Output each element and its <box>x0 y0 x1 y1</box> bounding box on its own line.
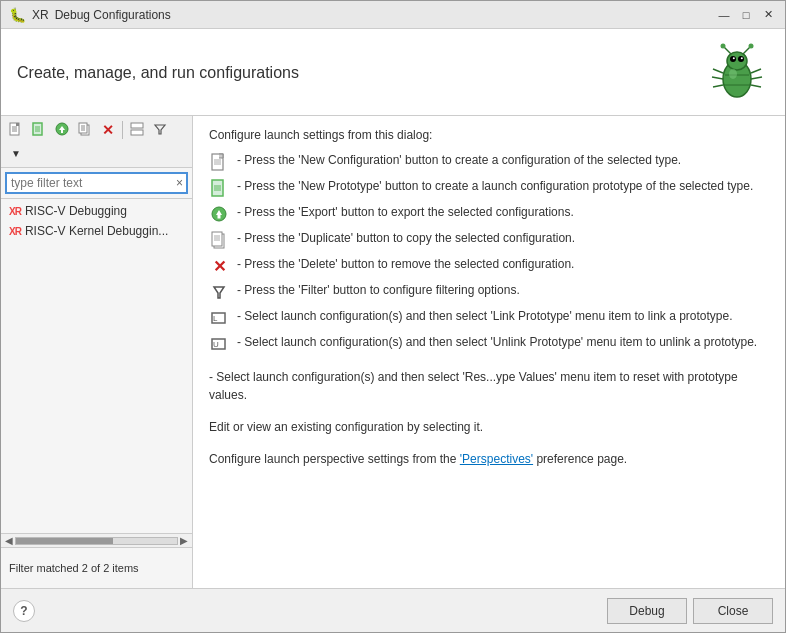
delete-button[interactable]: ✕ <box>97 119 119 141</box>
svg-point-4 <box>733 57 735 59</box>
filter-clear-button[interactable]: × <box>173 176 186 190</box>
instruction-text-3: - Press the 'Export' button to export th… <box>237 204 574 221</box>
footer-left: ? <box>13 600 35 622</box>
instruction-item-3: - Press the 'Export' button to export th… <box>209 204 769 224</box>
perspectives-link[interactable]: 'Perspectives' <box>460 452 533 466</box>
list-item[interactable]: XR RISC-V Debugging <box>1 201 192 221</box>
perspectives-before: Configure launch perspective settings fr… <box>209 452 460 466</box>
config-item-label-1: RISC-V Debugging <box>25 204 127 218</box>
instruction-item-8: U - Select launch configuration(s) and t… <box>209 334 769 354</box>
title-bar-left: 🐛 XR Debug Configurations <box>9 7 171 23</box>
close-button[interactable]: ✕ <box>759 6 777 24</box>
filter-icon <box>153 122 167 139</box>
svg-point-2 <box>730 56 736 62</box>
svg-point-3 <box>738 56 744 62</box>
svg-line-15 <box>751 85 761 87</box>
svg-line-14 <box>751 77 762 79</box>
duplicate-icon <box>78 122 92 139</box>
instruction-text-8: - Select launch configuration(s) and the… <box>237 334 757 351</box>
new-proto-icon <box>32 122 46 139</box>
xr-badge-1: XR <box>9 206 21 217</box>
close-dialog-button[interactable]: Close <box>693 598 773 624</box>
svg-line-12 <box>713 85 723 87</box>
toolbar-dropdown-button[interactable]: ▼ <box>5 142 27 164</box>
new-config-button[interactable] <box>5 119 27 141</box>
dialog-footer: ? Debug Close <box>1 588 785 632</box>
svg-point-9 <box>749 44 754 49</box>
export-icon <box>55 122 69 139</box>
toolbar: ✕ <box>1 116 192 168</box>
svg-point-18 <box>729 69 737 79</box>
svg-marker-52 <box>214 287 224 298</box>
instruction-item-1: - Press the 'New Configuration' button t… <box>209 152 769 172</box>
filter-icon-right <box>209 282 229 302</box>
collapse-all-icon <box>130 122 144 139</box>
collapse-all-button[interactable] <box>126 119 148 141</box>
instruction-item-4: - Press the 'Duplicate' button to copy t… <box>209 230 769 250</box>
minimize-button[interactable]: — <box>715 6 733 24</box>
proto-icon <box>209 178 229 198</box>
svg-point-5 <box>741 57 743 59</box>
svg-text:U: U <box>213 340 219 349</box>
export-icon-right <box>209 204 229 224</box>
instruction-text-5: - Press the 'Delete' button to remove th… <box>237 256 574 273</box>
new-config-icon <box>9 122 23 139</box>
filter-status: Filter matched 2 of 2 items <box>1 548 192 588</box>
reset-text: - Select launch configuration(s) and the… <box>209 368 769 404</box>
dialog-title: Create, manage, and run configurations <box>17 64 299 82</box>
help-button[interactable]: ? <box>13 600 35 622</box>
unlink-icon: U <box>209 334 229 354</box>
instruction-item-7: L - Select launch configuration(s) and t… <box>209 308 769 328</box>
delete-icon: ✕ <box>102 122 114 138</box>
scroll-right-arrow[interactable]: ▶ <box>178 535 190 546</box>
dropdown-arrow-icon: ▼ <box>11 148 21 159</box>
app-icon: 🐛 <box>9 7 26 23</box>
duplicate-button[interactable] <box>74 119 96 141</box>
bug-svg-icon <box>705 41 769 105</box>
instruction-item-5: ✕ - Press the 'Delete' button to remove … <box>209 256 769 276</box>
instruction-text-7: - Select launch configuration(s) and the… <box>237 308 733 325</box>
duplicate-icon-right <box>209 230 229 250</box>
svg-text:L: L <box>213 314 218 323</box>
left-panel-bottom: ◀ ▶ Filter matched 2 of 2 items <box>1 533 192 588</box>
dialog-header-content: Create, manage, and run configurations <box>17 41 769 105</box>
config-item-label-2: RISC-V Kernel Debuggin... <box>25 224 168 238</box>
toolbar-separator-1 <box>122 121 123 139</box>
scrollbar-track[interactable] <box>15 537 178 545</box>
left-panel: ✕ <box>1 116 193 588</box>
svg-rect-35 <box>131 130 143 135</box>
instruction-item-2: - Press the 'New Prototype' button to cr… <box>209 178 769 198</box>
svg-point-8 <box>721 44 726 49</box>
svg-rect-34 <box>131 123 143 128</box>
filter-input[interactable] <box>7 174 173 192</box>
filter-input-wrap: × <box>5 172 188 194</box>
filter-button[interactable] <box>149 119 171 141</box>
scroll-left-arrow[interactable]: ◀ <box>3 535 15 546</box>
dialog-body: ✕ <box>1 116 785 588</box>
instruction-list: - Press the 'New Configuration' button t… <box>209 152 769 354</box>
window-title-text: Debug Configurations <box>55 8 171 22</box>
svg-line-10 <box>713 69 723 73</box>
list-item[interactable]: XR RISC-V Kernel Debuggin... <box>1 221 192 241</box>
instruction-text-1: - Press the 'New Configuration' button t… <box>237 152 681 169</box>
horizontal-scrollbar[interactable]: ◀ ▶ <box>1 534 192 548</box>
perspectives-after: preference page. <box>533 452 627 466</box>
instruction-text-2: - Press the 'New Prototype' button to cr… <box>237 178 753 195</box>
maximize-button[interactable]: □ <box>737 6 755 24</box>
filter-status-text: Filter matched 2 of 2 items <box>9 562 139 574</box>
config-list: XR RISC-V Debugging XR RISC-V Kernel Deb… <box>1 199 192 533</box>
window-title: XR <box>32 8 49 22</box>
link-icon: L <box>209 308 229 328</box>
new-proto-button[interactable] <box>28 119 50 141</box>
svg-point-1 <box>727 52 747 70</box>
footer-right: Debug Close <box>607 598 773 624</box>
svg-line-13 <box>751 69 761 73</box>
debug-button[interactable]: Debug <box>607 598 687 624</box>
debug-configurations-window: 🐛 XR Debug Configurations — □ ✕ Create, … <box>0 0 786 633</box>
filter-box: × <box>1 168 192 199</box>
instruction-item-6: - Press the 'Filter' button to configure… <box>209 282 769 302</box>
title-bar: 🐛 XR Debug Configurations — □ ✕ <box>1 1 785 29</box>
xr-badge-2: XR <box>9 226 21 237</box>
edit-text: Edit or view an existing configuration b… <box>209 418 769 436</box>
export-button[interactable] <box>51 119 73 141</box>
